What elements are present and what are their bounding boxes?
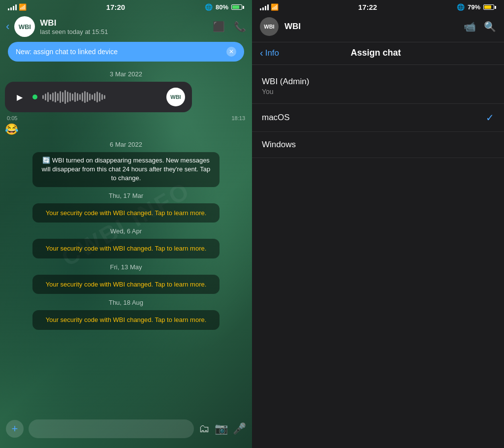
message-input[interactable] — [29, 419, 194, 438]
option-name-wbi: WBI (Admin) — [262, 77, 494, 87]
date-label-4: Wed, 6 Apr — [5, 227, 247, 235]
security-message-4[interactable]: Your security code with WBI changed. Tap… — [32, 310, 220, 330]
notification-close-button[interactable]: ✕ — [226, 47, 236, 57]
battery-body-left — [231, 4, 242, 10]
wf-11 — [67, 92, 68, 102]
wifi-icon-right: 📶 — [271, 3, 279, 11]
security-message-2[interactable]: Your security code with WBI changed. Tap… — [32, 239, 220, 258]
wf-12 — [69, 93, 71, 101]
header-icons-left: ⬛ 📞 — [213, 21, 246, 32]
voice-message-bubble: ▶ — [5, 82, 247, 121]
time-right: 17:22 — [358, 3, 377, 11]
play-button[interactable]: ▶ — [12, 89, 28, 105]
date-label-1: 3 Mar 2022 — [5, 70, 247, 78]
bottom-toolbar-left: + 🗂 📷 🎤 — [0, 415, 252, 448]
back-button-left[interactable]: ‹ — [6, 20, 9, 33]
notification-text: New: assign chat to linked device — [16, 48, 118, 56]
right-panel: 📶 17:22 🌐 79% WBI WBI 📹 🔍 ‹ Info — [252, 0, 504, 448]
wf-3 — [47, 92, 49, 102]
phone-icon[interactable]: 📞 — [234, 21, 246, 32]
battery-pct-right: 79% — [468, 3, 480, 11]
date-label-5: Fri, 13 May — [5, 263, 247, 271]
assign-option-macos[interactable]: macOS ✓ — [252, 104, 504, 132]
signal-bar-4 — [15, 4, 17, 10]
camera-icon[interactable]: 📷 — [215, 422, 228, 435]
battery-fill-left — [232, 5, 239, 9]
left-panel: CWBI INFO 📶 17:20 🌐 80% ‹ — [0, 0, 252, 448]
battery-body-right — [483, 4, 494, 10]
globe-icon: 🌐 — [205, 3, 213, 11]
wf-8 — [60, 91, 61, 103]
battery-pct-left: 80% — [216, 3, 228, 11]
status-signal-right: 📶 — [260, 3, 279, 11]
back-button-right[interactable]: ‹ Info — [260, 47, 279, 59]
video-call-icon[interactable]: ⬛ — [213, 21, 225, 32]
status-right-info-right: 🌐 79% — [457, 3, 496, 11]
right-avatar: WBI — [260, 17, 279, 36]
wifi-icon: 📶 — [19, 3, 27, 11]
date-label-3: Thu, 17 Mar — [5, 192, 247, 199]
info-back-label[interactable]: Info — [265, 48, 279, 58]
wf-15 — [77, 93, 78, 101]
voice-avatar: WBI — [166, 88, 185, 106]
wf-18 — [84, 91, 86, 103]
sticker-icon[interactable]: 🗂 — [199, 422, 210, 435]
wf-5 — [52, 93, 54, 101]
messages-area: 3 Mar 2022 ▶ — [0, 65, 252, 415]
chat-name: WBI — [40, 18, 208, 28]
battery-tip-left — [243, 6, 244, 9]
wf-4 — [50, 94, 51, 100]
wf-9 — [62, 92, 63, 102]
voice-timestamp: 18:13 — [231, 115, 245, 121]
avatar-left: WBI — [14, 16, 35, 37]
option-label-macos: macOS — [262, 113, 486, 123]
right-video-icon[interactable]: 📹 — [464, 21, 476, 32]
voice-time: 0:05 18:13 — [5, 115, 247, 121]
security-message-1[interactable]: Your security code with WBI changed. Tap… — [32, 203, 220, 223]
chevron-left-icon: ‹ — [260, 47, 263, 59]
voice-dot — [32, 95, 37, 99]
right-header-icons: 📹 🔍 — [464, 21, 496, 32]
wf-22 — [94, 93, 95, 101]
right-header-name: WBI — [284, 22, 458, 32]
assign-title: Assign chat — [285, 48, 496, 58]
battery-tip-right — [495, 6, 496, 9]
assign-option-windows[interactable]: Windows — [252, 132, 504, 158]
date-label-6: Thu, 18 Aug — [5, 299, 247, 306]
signal-bar-1 — [8, 8, 9, 10]
voice-duration: 0:05 — [7, 115, 17, 121]
wf-2 — [45, 94, 46, 100]
assign-header: ‹ Info Assign chat — [252, 42, 504, 65]
option-sublabel-wbi: You — [262, 88, 494, 96]
wf-1 — [42, 95, 44, 99]
system-message-disappearing[interactable]: 🔄 WBI turned on disappearing messages. N… — [32, 152, 220, 187]
check-icon-macos: ✓ — [486, 112, 494, 124]
signal-bar-r2 — [262, 7, 264, 10]
right-header-bar: WBI WBI 📹 🔍 — [252, 13, 504, 42]
signal-bar-r1 — [260, 8, 261, 10]
notification-banner[interactable]: New: assign chat to linked device ✕ — [8, 42, 244, 62]
wf-17 — [82, 93, 83, 101]
microphone-icon[interactable]: 🎤 — [233, 422, 246, 435]
signal-bar-2 — [10, 7, 12, 10]
wf-13 — [72, 94, 73, 100]
assign-option-wbi-admin[interactable]: WBI (Admin) You — [252, 69, 504, 104]
wf-6 — [55, 92, 56, 102]
status-left-info: 📶 — [8, 3, 27, 11]
option-label-windows: Windows — [262, 140, 494, 150]
wf-23 — [96, 92, 98, 102]
security-message-3[interactable]: Your security code with WBI changed. Tap… — [32, 275, 220, 294]
assign-panel: ‹ Info Assign chat WBI (Admin) You macOS… — [252, 42, 504, 448]
wf-7 — [57, 93, 59, 101]
status-bar-right: 📶 17:22 🌐 79% — [252, 0, 504, 13]
wf-10 — [64, 90, 66, 104]
voice-bubble: ▶ — [5, 82, 192, 112]
emoji-reaction: 😂 — [5, 123, 247, 136]
add-attachment-button[interactable]: + — [6, 420, 24, 438]
date-label-2: 6 Mar 2022 — [5, 141, 247, 148]
globe-icon-right: 🌐 — [457, 3, 465, 11]
waveform — [42, 90, 161, 104]
right-search-icon[interactable]: 🔍 — [484, 21, 496, 32]
chat-subtitle: last seen today at 15:51 — [40, 28, 208, 35]
assign-options-list: WBI (Admin) You macOS ✓ Windows — [252, 65, 504, 158]
